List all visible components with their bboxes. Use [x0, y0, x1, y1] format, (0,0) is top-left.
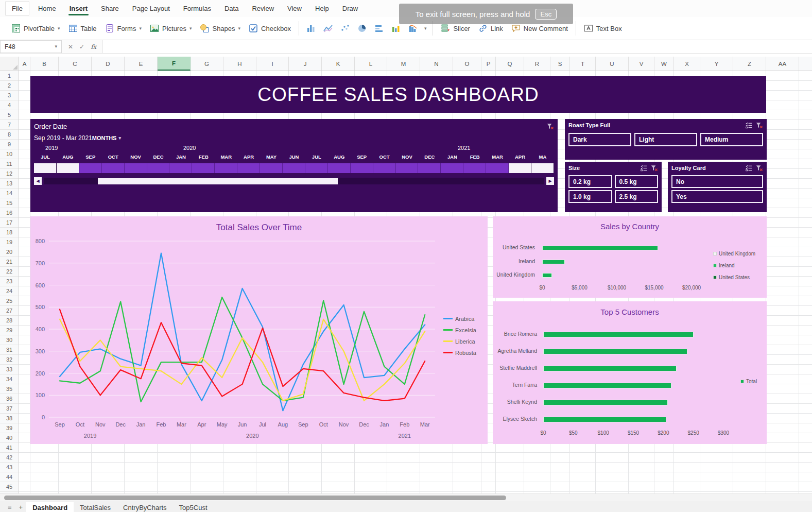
row-header-19[interactable]: 19: [0, 237, 19, 247]
horizontal-scrollbar[interactable]: [0, 493, 812, 502]
row-header-30[interactable]: 30: [0, 335, 19, 345]
column-header-E[interactable]: E: [125, 57, 158, 71]
bar-steffie-maddrell[interactable]: [543, 366, 677, 371]
timeline-cell-apr-9[interactable]: [237, 163, 260, 173]
row-header-1[interactable]: 1: [0, 71, 19, 81]
cancel-icon[interactable]: ✕: [68, 43, 73, 50]
column-header-J[interactable]: J: [289, 57, 322, 71]
legend-item-arabica[interactable]: Arabica: [443, 315, 476, 322]
formula-input[interactable]: [102, 40, 812, 53]
row-header-2[interactable]: 2: [0, 81, 19, 91]
menu-tab-page-layout[interactable]: Page Layout: [126, 1, 177, 16]
clearfilter-icon[interactable]: [755, 122, 763, 129]
legend-item-liberica[interactable]: Liberica: [443, 338, 476, 345]
timeline-cell-sep-14[interactable]: [351, 163, 373, 173]
timeline-scrollbar-thumb[interactable]: [98, 178, 338, 184]
row-header-45[interactable]: 45: [0, 482, 19, 492]
row-header-25[interactable]: 25: [0, 296, 19, 306]
sheet-tab-top5cust[interactable]: Top5Cust: [173, 502, 214, 512]
column-header-I[interactable]: I: [256, 57, 289, 71]
row-header-5[interactable]: 5: [0, 110, 19, 120]
sheet-tab-cntrybycharts[interactable]: CntryByCharts: [117, 502, 173, 512]
horizontal-scrollbar-thumb[interactable]: [4, 496, 506, 500]
column-header-U[interactable]: U: [596, 57, 629, 71]
slicer-button-0-2-kg[interactable]: 0.2 kg: [568, 175, 612, 188]
timeline-cell-nov-16[interactable]: [396, 163, 419, 173]
timeline-cell-oct-3[interactable]: [102, 163, 125, 173]
multiselect-icon[interactable]: [745, 122, 753, 129]
timeline-cell-aug-13[interactable]: [328, 163, 351, 173]
row-header-31[interactable]: 31: [0, 345, 19, 355]
series-line-arabica[interactable]: [60, 253, 425, 411]
row-header-29[interactable]: 29: [0, 326, 19, 335]
row-header-4[interactable]: 4: [0, 100, 19, 110]
row-header-12[interactable]: 12: [0, 169, 19, 179]
ribbon-item-table[interactable]: Table: [64, 21, 101, 36]
column-header-P[interactable]: P: [481, 57, 496, 71]
slicer-button-no[interactable]: No: [671, 175, 763, 188]
column-header-T[interactable]: T: [570, 57, 596, 71]
row-header-20[interactable]: 20: [0, 247, 19, 257]
clearfilter-icon[interactable]: [650, 164, 658, 172]
legend-item-united-states[interactable]: United States: [713, 275, 750, 280]
column-header-D[interactable]: D: [92, 57, 125, 71]
insert-function-icon[interactable]: fx: [91, 43, 96, 50]
column-header-M[interactable]: M: [387, 57, 420, 71]
row-header-9[interactable]: 9: [0, 140, 19, 149]
menu-tab-file[interactable]: File: [5, 1, 29, 16]
timeline-cell-ma-22[interactable]: [531, 163, 554, 173]
column-header-V[interactable]: V: [629, 57, 654, 71]
bar-agretha-melland[interactable]: [543, 349, 687, 354]
slicer-button-medium[interactable]: Medium: [700, 133, 763, 146]
column-chart-icon[interactable]: [303, 21, 320, 36]
series-line-liberica[interactable]: [60, 319, 425, 401]
multiselect-icon[interactable]: [745, 164, 753, 172]
column-header-H[interactable]: H: [223, 57, 256, 71]
legend-item-robusta[interactable]: Robusta: [443, 349, 476, 356]
bar-terri-farra[interactable]: [543, 383, 671, 388]
timeline-cell-dec-5[interactable]: [147, 163, 170, 173]
column-header-F[interactable]: F: [158, 57, 191, 71]
row-header-7[interactable]: 7: [0, 120, 19, 130]
row-header-11[interactable]: 11: [0, 159, 19, 169]
legend-item-united-kingdom[interactable]: United Kingdom: [713, 251, 755, 257]
ribbon-item-pivottable[interactable]: PivotTable▾: [7, 21, 64, 36]
timeline-cell-mar-8[interactable]: [215, 163, 237, 173]
row-header-27[interactable]: 27: [0, 306, 19, 316]
column-header-R[interactable]: R: [524, 57, 550, 71]
menu-tab-data[interactable]: Data: [218, 1, 245, 16]
bar-brice-romera[interactable]: [543, 332, 694, 337]
timeline-period-dropdown[interactable]: MONTHS ▾: [92, 135, 121, 141]
ribbon-item-pictures[interactable]: Pictures▾: [146, 21, 196, 36]
column-header-K[interactable]: K: [322, 57, 355, 71]
column-header-O[interactable]: O: [453, 57, 481, 71]
timeline-cell-jan-6[interactable]: [169, 163, 192, 173]
name-box[interactable]: F48 ▾: [0, 40, 62, 53]
column-header-L[interactable]: L: [355, 57, 387, 71]
row-header-40[interactable]: 40: [0, 433, 19, 443]
timeline-scroll-left-icon[interactable]: ◀: [34, 177, 42, 185]
column-header-AA[interactable]: AA: [766, 57, 799, 71]
pie-chart-icon[interactable]: [354, 21, 371, 36]
column-header-A[interactable]: A: [19, 57, 30, 71]
row-header-16[interactable]: 16: [0, 208, 19, 218]
timeline-cell-apr-21[interactable]: [509, 163, 531, 173]
bar-united-states[interactable]: [542, 246, 658, 250]
menu-tab-review[interactable]: Review: [245, 1, 281, 16]
clearfilter-icon[interactable]: [755, 164, 763, 172]
ribbon-item-forms[interactable]: Forms▾: [101, 21, 146, 36]
timeline-cell-jun-11[interactable]: [283, 163, 305, 173]
row-header-15[interactable]: 15: [0, 198, 19, 208]
timeline-cell-feb-7[interactable]: [192, 163, 215, 173]
menu-tab-home[interactable]: Home: [31, 1, 63, 16]
row-header-8[interactable]: 8: [0, 130, 19, 140]
multiselect-icon[interactable]: [640, 164, 648, 172]
column-header-Q[interactable]: Q: [496, 57, 524, 71]
timeline-cell-jul-12[interactable]: [305, 163, 328, 173]
timeline-cell-sep-2[interactable]: [79, 163, 102, 173]
slicer-button-0-5-kg[interactable]: 0.5 kg: [615, 175, 659, 188]
slicer-button-1-0-kg[interactable]: 1.0 kg: [568, 190, 612, 203]
sheet-tab-dashboard[interactable]: Dashboard: [26, 502, 74, 512]
scatter-chart-icon[interactable]: [337, 21, 354, 36]
timeline-cell-mar-20[interactable]: [486, 163, 509, 173]
